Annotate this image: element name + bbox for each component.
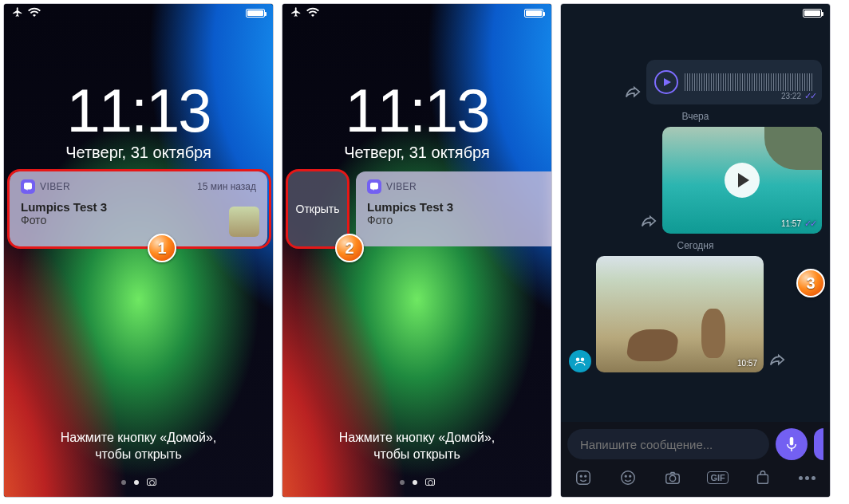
viber-app-icon	[367, 179, 381, 194]
notification-card[interactable]: VIBER 15 мин назад Lumpics Test 3 Фото	[10, 171, 267, 246]
chat-body[interactable]: 23:22 ✓✓ Вчера 11:57 ✓✓ Сегодня	[561, 57, 830, 423]
forward-icon[interactable]	[624, 84, 642, 104]
svg-point-8	[626, 475, 627, 477]
battery-icon	[246, 9, 265, 18]
voice-record-button[interactable]	[776, 428, 808, 460]
message-row-photo: 10:57	[569, 256, 822, 372]
more-button[interactable]	[796, 468, 819, 487]
svg-point-5	[580, 475, 582, 477]
step-badge-3: 3	[796, 269, 825, 297]
svg-rect-3	[790, 437, 794, 446]
emoji-button[interactable]	[617, 468, 639, 487]
lock-clock: 11:13 Четверг, 31 октября	[4, 76, 273, 162]
battery-icon	[524, 9, 543, 18]
phone-panel-3: 11:17 2 Lumpics Test 3	[560, 3, 831, 498]
page-dot-active	[134, 480, 139, 485]
sticker-button[interactable]	[572, 468, 594, 487]
extra-action-button[interactable]	[814, 428, 823, 460]
notification-subtitle: Фото	[21, 214, 256, 226]
shop-button[interactable]	[752, 468, 774, 487]
viber-app-icon	[21, 179, 35, 194]
step-badge-1: 1	[148, 234, 176, 262]
page-dot	[400, 480, 405, 485]
message-row-video: 11:57 ✓✓	[569, 127, 822, 234]
notification-title: Lumpics Test 3	[367, 200, 552, 214]
status-bar	[282, 4, 551, 22]
photo-message-bubble[interactable]: 10:57	[596, 256, 764, 372]
camera-shortcut-icon	[425, 478, 435, 486]
read-receipt-icon: ✓✓	[804, 219, 815, 229]
phone-panel-1: 11:13 Четверг, 31 октября VIBER 15 мин н…	[3, 3, 274, 498]
day-separator-yesterday: Вчера	[569, 111, 822, 122]
unlock-hint: Нажмите кнопку «Домой», чтобы открыть	[282, 429, 551, 463]
notification-title: Lumpics Test 3	[21, 200, 256, 214]
gif-button[interactable]: GIF	[707, 468, 729, 487]
lock-date: Четверг, 31 октября	[282, 144, 551, 162]
read-receipt-icon: ✓✓	[804, 91, 815, 101]
svg-point-1	[576, 358, 580, 362]
svg-point-2	[581, 358, 585, 362]
page-dot-active	[413, 480, 417, 485]
voice-waveform	[685, 73, 814, 91]
open-label: Открыть	[296, 203, 340, 215]
page-indicator[interactable]	[282, 478, 551, 486]
svg-point-6	[585, 475, 586, 477]
video-message-bubble[interactable]: 11:57 ✓✓	[662, 127, 822, 234]
airplane-mode-icon	[12, 6, 23, 19]
voice-message-bubble[interactable]: 23:22 ✓✓	[646, 60, 822, 104]
page-indicator[interactable]	[4, 478, 273, 486]
lock-date: Четверг, 31 октября	[4, 144, 273, 162]
notification-app-name: VIBER	[386, 181, 417, 192]
play-button[interactable]	[654, 70, 678, 94]
attachment-toolbar: GIF	[561, 465, 830, 497]
unlock-hint: Нажмите кнопку «Домой», чтобы открыть	[4, 429, 273, 463]
wifi-icon	[28, 7, 41, 18]
notification-subtitle: Фото	[367, 214, 552, 226]
airplane-mode-icon	[290, 6, 302, 19]
page-dot	[121, 480, 126, 485]
svg-point-7	[622, 471, 635, 485]
forward-icon[interactable]	[640, 213, 657, 234]
notification-time: 15 мин назад	[197, 181, 256, 192]
forward-icon[interactable]	[768, 352, 786, 372]
camera-shortcut-icon	[147, 478, 156, 486]
message-timestamp: 23:22	[781, 92, 801, 100]
day-separator-today: Сегодня	[569, 240, 822, 251]
message-row-voice: 23:22 ✓✓	[569, 60, 822, 104]
svg-point-9	[630, 475, 631, 477]
svg-rect-4	[577, 471, 590, 485]
lock-time: 11:13	[4, 76, 273, 145]
lock-time: 11:13	[282, 76, 551, 145]
chat-input-bar: GIF	[561, 422, 830, 497]
notification-app-name: VIBER	[40, 181, 70, 192]
wifi-icon	[306, 7, 319, 18]
message-input[interactable]	[567, 429, 769, 459]
sender-avatar[interactable]	[569, 350, 591, 372]
svg-point-11	[670, 475, 676, 481]
play-overlay[interactable]	[662, 127, 822, 234]
svg-rect-12	[757, 474, 768, 483]
notification-card[interactable]: VIBER 16 мин Lumpics Test 3 Фото	[356, 171, 552, 246]
message-timestamp: 10:57	[737, 359, 757, 368]
notification-thumbnail	[229, 207, 259, 237]
status-bar	[4, 4, 273, 22]
step-badge-2: 2	[335, 234, 364, 262]
message-timestamp: 11:57	[781, 219, 801, 228]
lock-clock: 11:13 Четверг, 31 октября	[282, 76, 551, 162]
camera-button[interactable]	[661, 468, 684, 487]
phone-panel-2: 11:13 Четверг, 31 октября Открыть VIBER …	[282, 3, 552, 498]
battery-icon	[803, 9, 822, 18]
